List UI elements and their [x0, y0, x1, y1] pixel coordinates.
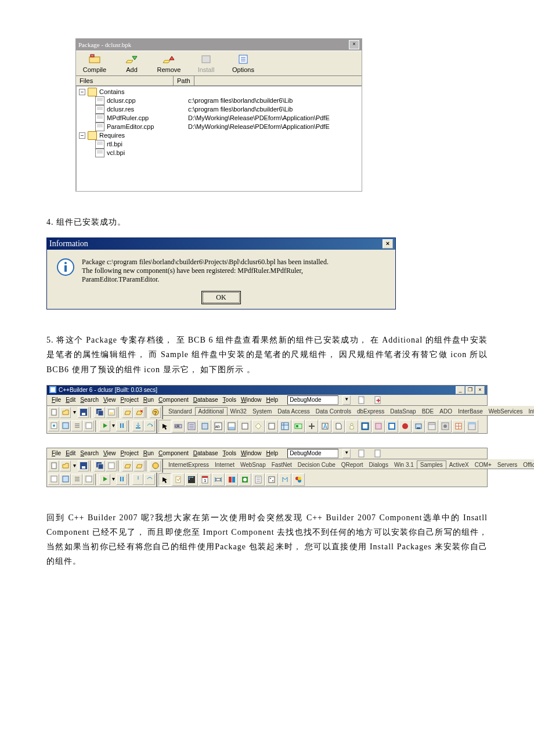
maximize-icon[interactable]: ❐: [466, 386, 475, 394]
component-icon[interactable]: [252, 420, 265, 433]
minimize-icon[interactable]: _: [456, 386, 465, 394]
tab-activex[interactable]: ActiveX: [446, 461, 472, 469]
toggle-icon[interactable]: [71, 420, 82, 431]
doc-add-icon[interactable]: [373, 449, 383, 458]
view-form-icon[interactable]: [60, 474, 71, 485]
component-icon[interactable]: [385, 420, 398, 433]
menu-database[interactable]: Database: [193, 397, 218, 403]
options-button[interactable]: Options: [225, 53, 262, 73]
tab-servers[interactable]: Servers: [495, 461, 520, 469]
chevron-down-icon[interactable]: ▾: [111, 420, 116, 430]
tab-interbase[interactable]: InterBase: [455, 408, 486, 415]
toggle-icon[interactable]: [71, 474, 82, 485]
tree-node-requires[interactable]: Requires: [99, 131, 181, 140]
tree-node-contains[interactable]: Contains: [99, 88, 181, 96]
close-icon[interactable]: ×: [383, 239, 393, 249]
run-icon[interactable]: [99, 420, 110, 431]
component-icon[interactable]: [265, 473, 278, 486]
pause-icon[interactable]: [116, 420, 127, 431]
doc-icon[interactable]: [356, 449, 367, 458]
tab-internetexpress[interactable]: InternetExpress: [165, 461, 212, 469]
view-form-icon[interactable]: [60, 420, 71, 431]
component-icon[interactable]: [279, 473, 291, 486]
ide-menubar[interactable]: File Edit Search View Project Run Compon…: [47, 448, 487, 459]
ide-menubar[interactable]: File Edit Search View Project Run Compon…: [47, 395, 487, 406]
menu-view[interactable]: View: [103, 397, 116, 403]
view-unit-icon[interactable]: [48, 420, 59, 431]
tab-additional[interactable]: Additional: [195, 407, 228, 416]
menu-search[interactable]: Search: [80, 450, 99, 456]
component-icon[interactable]: [359, 420, 371, 433]
tab-webservices[interactable]: WebServices: [486, 408, 526, 415]
new-icon[interactable]: [48, 460, 59, 471]
menu-search[interactable]: Search: [80, 397, 99, 403]
menu-project[interactable]: Project: [121, 450, 139, 456]
remove-button[interactable]: Remove: [150, 53, 187, 73]
open-icon[interactable]: [60, 407, 71, 418]
trace-into-icon[interactable]: [132, 474, 143, 485]
saveall-icon[interactable]: [94, 407, 105, 418]
chevron-down-icon[interactable]: ▼: [342, 449, 351, 458]
menu-edit[interactable]: Edit: [66, 450, 75, 456]
tree-item[interactable]: ParamEditor.cpp: [107, 123, 188, 131]
doc-icon[interactable]: [356, 395, 367, 405]
tree-item[interactable]: dclusr.cpp: [107, 96, 188, 105]
tab-win32[interactable]: Win32: [228, 408, 250, 415]
tab-internet[interactable]: Internet: [212, 461, 237, 469]
tab-qreport[interactable]: QReport: [338, 461, 366, 469]
open-icon[interactable]: [60, 460, 71, 471]
component-icon[interactable]: [172, 473, 185, 486]
save-icon[interactable]: [78, 460, 89, 471]
component-icon[interactable]: [185, 473, 198, 486]
view-unit-icon[interactable]: [48, 474, 59, 485]
component-icon[interactable]: [292, 473, 305, 486]
help-icon[interactable]: ?: [150, 407, 161, 418]
add-button[interactable]: Add: [113, 53, 150, 73]
tab-internetex[interactable]: InternetEx: [525, 408, 534, 415]
step-over-icon[interactable]: [144, 474, 155, 485]
tab-standard[interactable]: Standard: [165, 408, 195, 415]
tab-system[interactable]: System: [250, 408, 275, 415]
tab-samples[interactable]: Samples: [417, 460, 446, 469]
component-icon[interactable]: [345, 420, 358, 433]
tab-bde[interactable]: BDE: [419, 408, 437, 415]
tab-ado[interactable]: ADO: [436, 408, 455, 415]
close-icon[interactable]: ×: [475, 386, 485, 394]
collapse-icon[interactable]: −: [79, 132, 85, 139]
component-icon[interactable]: [412, 420, 425, 433]
menu-file[interactable]: File: [52, 397, 61, 403]
component-icon[interactable]: [252, 473, 265, 486]
menu-window[interactable]: Window: [241, 450, 262, 456]
collapse-icon[interactable]: −: [79, 89, 85, 95]
component-icon[interactable]: [399, 420, 412, 433]
save-icon[interactable]: [78, 407, 89, 418]
component-icon[interactable]: [225, 420, 238, 433]
arrow-select-icon[interactable]: [158, 420, 171, 433]
component-icon[interactable]: 1: [199, 473, 211, 486]
step-over-icon[interactable]: [144, 420, 155, 431]
tab-datasnap[interactable]: DataSnap: [387, 408, 418, 415]
tab-datacontrols[interactable]: Data Controls: [313, 408, 354, 415]
tab-office2k[interactable]: Office2k: [520, 461, 534, 469]
menu-project[interactable]: Project: [121, 397, 139, 403]
chevron-down-icon[interactable]: ▾: [111, 474, 116, 484]
add-file-icon[interactable]: [122, 460, 133, 471]
menu-window[interactable]: Window: [241, 397, 262, 403]
component-icon[interactable]: [439, 420, 452, 433]
config-combo[interactable]: DebugMode: [287, 395, 338, 405]
menu-tools[interactable]: Tools: [223, 397, 236, 403]
component-icon[interactable]: [239, 473, 251, 486]
chevron-down-icon[interactable]: ▼: [342, 395, 351, 405]
component-icon[interactable]: [332, 420, 345, 433]
add-file-icon[interactable]: [122, 407, 133, 418]
arrow-select-icon[interactable]: [158, 473, 171, 486]
component-icon[interactable]: [372, 420, 385, 433]
component-icon[interactable]: [452, 420, 465, 433]
component-icon[interactable]: [305, 420, 318, 433]
help-icon[interactable]: [150, 460, 161, 471]
run-icon[interactable]: [99, 474, 110, 485]
tree-item[interactable]: dclusr.res: [107, 105, 188, 114]
menu-component[interactable]: Component: [158, 450, 189, 456]
tab-decisioncube[interactable]: Decision Cube: [295, 461, 338, 469]
package-tree[interactable]: − Contains dclusr.cpp c:\program files\b…: [76, 86, 362, 191]
